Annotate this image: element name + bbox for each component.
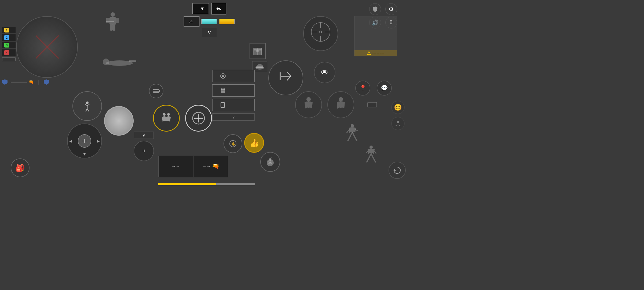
svg-point-36 xyxy=(339,97,343,102)
shield-small-icon-right xyxy=(44,79,49,85)
crate-icon-button[interactable] xyxy=(250,43,266,59)
side-button[interactable] xyxy=(389,162,406,180)
soldier-standing-silhouette xyxy=(102,11,123,36)
vehicle-more-button[interactable]: ∨ xyxy=(212,113,255,121)
open-button[interactable] xyxy=(212,99,255,111)
running-figure-2[interactable] xyxy=(364,145,378,169)
drive-button[interactable] xyxy=(212,70,255,82)
player-num-3: 3 xyxy=(4,43,9,48)
follow-button[interactable] xyxy=(2,57,16,61)
cancel-button[interactable] xyxy=(104,106,134,136)
get-in-icon xyxy=(220,88,226,93)
location-icon: 📍 xyxy=(359,85,367,92)
map-placeholder[interactable]: ─ ─ ─ ─ ─ xyxy=(354,16,397,56)
weapon-slot-2[interactable]: →→ 🔫 xyxy=(193,156,228,177)
location-button[interactable]: 📍 xyxy=(355,81,370,96)
run-figure-icon-1 xyxy=(345,124,360,145)
list-item[interactable]: 1 xyxy=(2,27,16,33)
svg-point-19 xyxy=(86,102,89,104)
minimap[interactable] xyxy=(16,16,78,78)
get-in-button[interactable] xyxy=(212,84,255,97)
mode-select-button[interactable]: ▾ xyxy=(192,3,209,14)
sprint-icon xyxy=(82,101,93,111)
vehicle-chevron-button[interactable]: ∨ xyxy=(134,132,154,139)
item-circle-button[interactable]: ✋ xyxy=(224,134,242,153)
thumbs-up-button[interactable]: 👍 xyxy=(244,133,264,153)
info-separator: | xyxy=(38,79,39,85)
weapon-line-left xyxy=(11,82,27,82)
backpack-button[interactable]: 🎒 xyxy=(11,158,30,177)
person-silhouette-2[interactable] xyxy=(327,91,354,118)
svg-rect-5 xyxy=(113,25,115,31)
exit-vehicle-arrow-icon xyxy=(279,70,292,85)
joystick-outer[interactable]: ◀ ▶ ▼ xyxy=(67,124,102,158)
ammo-bar-fill xyxy=(158,183,216,185)
svg-point-0 xyxy=(111,12,115,17)
svg-line-54 xyxy=(271,157,272,158)
svg-point-46 xyxy=(397,121,399,123)
refresh-icon xyxy=(392,165,402,175)
prone-soldier-icon xyxy=(102,56,137,67)
scope-button[interactable] xyxy=(367,102,377,107)
svg-point-30 xyxy=(224,105,224,106)
running-figure-1[interactable] xyxy=(345,124,360,148)
weapon-slot-1[interactable]: →→ xyxy=(158,156,193,177)
shield-top-icon[interactable] xyxy=(369,3,381,15)
joystick-area[interactable]: ◀ ▶ ▼ xyxy=(67,124,102,158)
player-list: 1 2 3 4 xyxy=(2,27,16,61)
vehicle-actions: ∨ xyxy=(212,70,255,121)
list-item[interactable]: 2 xyxy=(2,34,16,41)
indicator-button[interactable] xyxy=(149,84,163,98)
person-icon-1 xyxy=(302,97,315,113)
aim-area[interactable] xyxy=(303,16,338,51)
settings-icon-button[interactable]: ⚙ xyxy=(385,3,397,15)
svg-point-28 xyxy=(223,88,225,90)
rescue-icon xyxy=(192,112,205,125)
vehicle-button[interactable]: H xyxy=(134,141,154,161)
weapon-slot-2-content: →→ 🔫 xyxy=(202,163,219,170)
chevron-down-button[interactable]: ∨ xyxy=(202,28,217,37)
reset-button[interactable] xyxy=(201,19,217,24)
chevron-down-icon: ∨ xyxy=(207,30,211,35)
helmet-icon xyxy=(255,63,264,70)
svg-rect-6 xyxy=(106,21,114,22)
list-item[interactable]: 3 xyxy=(2,42,16,48)
layout-button[interactable]: ⇄ xyxy=(184,16,200,27)
thumbs-up-icon: 👍 xyxy=(249,138,259,148)
rescue-button[interactable] xyxy=(185,105,212,132)
player-info-left: 🔫 xyxy=(2,79,34,85)
person-silhouette-1[interactable] xyxy=(295,91,322,118)
grenade-button[interactable] xyxy=(260,152,280,172)
player-num-2: 2 xyxy=(4,35,9,40)
svg-marker-51 xyxy=(394,169,396,172)
svg-text:✋: ✋ xyxy=(231,142,236,146)
player-num-1: 1 xyxy=(4,28,9,32)
svg-line-26 xyxy=(224,77,225,78)
svg-point-42 xyxy=(320,31,322,33)
standing-soldier-icon xyxy=(102,11,123,32)
sprint-button[interactable] xyxy=(72,91,102,121)
svg-rect-12 xyxy=(153,92,159,93)
list-item[interactable]: 4 xyxy=(2,49,16,56)
svg-point-14 xyxy=(163,113,166,116)
person-button[interactable] xyxy=(391,117,405,130)
shield-small-icon xyxy=(2,79,8,85)
svg-rect-9 xyxy=(129,60,136,62)
shield-icon xyxy=(372,6,378,12)
carry-button[interactable] xyxy=(153,105,180,132)
svg-point-45 xyxy=(369,54,369,54)
grenade-icon xyxy=(265,157,275,167)
action-buttons xyxy=(153,105,212,132)
chat-button[interactable]: 💬 xyxy=(377,81,392,96)
svg-rect-53 xyxy=(269,158,271,161)
chat-icon: 💬 xyxy=(381,85,388,92)
svg-line-25 xyxy=(221,77,222,78)
exit-vehicle-button[interactable] xyxy=(268,60,303,95)
gun-icon-right: 🔫 xyxy=(212,163,219,170)
side-circle-icon xyxy=(389,162,406,179)
emoji-button[interactable]: 😊 xyxy=(391,101,405,114)
exit-button[interactable] xyxy=(211,3,226,15)
top-right-icons: ⚙ xyxy=(369,3,397,15)
save-button[interactable] xyxy=(219,19,235,24)
eye-button[interactable]: 👁 xyxy=(314,62,335,83)
